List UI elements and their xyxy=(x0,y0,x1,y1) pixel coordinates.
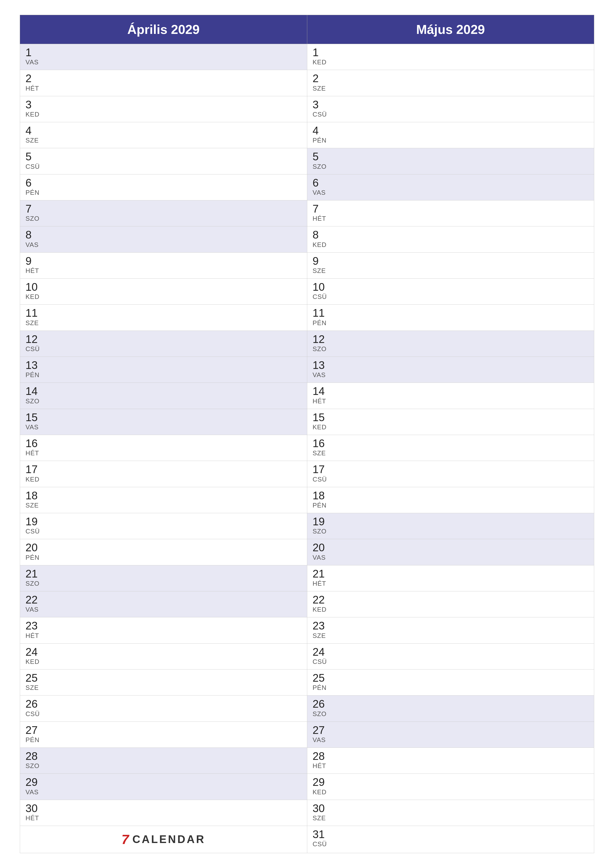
april-day-name-11: SZE xyxy=(25,319,302,327)
april-day-num-16: 16 xyxy=(25,437,302,450)
may-day-num-17: 17 xyxy=(313,463,589,475)
may-day-name-29: KED xyxy=(313,788,589,796)
april-day-num-10: 10 xyxy=(25,281,302,293)
may-day-num-27: 27 xyxy=(313,724,589,736)
april-day-num-11: 11 xyxy=(25,307,302,319)
april-day-num-7: 7 xyxy=(25,203,302,215)
may-day-num-18: 18 xyxy=(313,490,589,502)
april-day-num-8: 8 xyxy=(25,229,302,241)
may-day-name-1: KED xyxy=(313,58,589,66)
may-day-num-3: 3 xyxy=(313,99,589,111)
april-day-num-2: 2 xyxy=(25,73,302,84)
may-day-name-6: VAS xyxy=(313,189,589,197)
logo-icon: 7 xyxy=(121,832,129,846)
may-day-name-12: SZO xyxy=(313,345,589,353)
april-day-name-7: SZO xyxy=(25,215,302,222)
may-day-num-25: 25 xyxy=(313,672,589,684)
april-day-name-20: PÉN xyxy=(25,554,302,561)
may-day-name-7: HÉT xyxy=(313,215,589,222)
calendar-table: Április 2029 Május 2029 1VAS1KED2HÉT2SZE… xyxy=(20,15,594,853)
april-day-num-18: 18 xyxy=(25,490,302,502)
april-day-name-21: SZO xyxy=(25,580,302,587)
may-day-name-31: CSÜ xyxy=(313,840,589,848)
may-day-name-20: VAS xyxy=(313,554,589,561)
may-day-num-28: 28 xyxy=(313,750,589,762)
may-day-name-26: SZO xyxy=(313,710,589,718)
april-day-name-2: HÉT xyxy=(25,85,302,92)
may-day-num-26: 26 xyxy=(313,698,589,710)
may-day-num-7: 7 xyxy=(313,203,589,215)
may-day-num-21: 21 xyxy=(313,568,589,580)
may-day-num-29: 29 xyxy=(313,776,589,788)
may-day-num-8: 8 xyxy=(313,229,589,241)
may-day-name-25: PÉN xyxy=(313,684,589,691)
april-day-name-8: VAS xyxy=(25,241,302,249)
logo: 7 CALENDAR xyxy=(25,832,302,846)
april-day-num-28: 28 xyxy=(25,750,302,762)
april-day-num-30: 30 xyxy=(25,803,302,814)
may-day-num-2: 2 xyxy=(313,73,589,84)
april-day-name-3: KED xyxy=(25,111,302,118)
may-day-num-19: 19 xyxy=(313,516,589,527)
may-day-num-22: 22 xyxy=(313,594,589,606)
april-day-num-29: 29 xyxy=(25,776,302,788)
april-day-name-24: KED xyxy=(25,658,302,666)
may-day-num-15: 15 xyxy=(313,411,589,423)
may-day-name-16: SZE xyxy=(313,450,589,457)
april-day-name-29: VAS xyxy=(25,788,302,796)
may-day-num-14: 14 xyxy=(313,385,589,397)
april-day-name-27: PÉN xyxy=(25,736,302,744)
may-day-num-23: 23 xyxy=(313,620,589,632)
may-day-name-10: CSÜ xyxy=(313,293,589,301)
page: Április 2029 Május 2029 1VAS1KED2HÉT2SZE… xyxy=(0,0,614,868)
may-day-num-4: 4 xyxy=(313,125,589,136)
may-day-name-27: VAS xyxy=(313,736,589,744)
may-day-num-5: 5 xyxy=(313,151,589,163)
header-row: Április 2029 Május 2029 xyxy=(20,15,594,44)
april-day-num-15: 15 xyxy=(25,411,302,423)
april-day-num-27: 27 xyxy=(25,724,302,736)
may-day-name-14: HÉT xyxy=(313,397,589,405)
april-day-num-19: 19 xyxy=(25,516,302,527)
april-day-name-22: VAS xyxy=(25,606,302,614)
april-day-name-5: CSÜ xyxy=(25,163,302,170)
april-day-num-14: 14 xyxy=(25,385,302,397)
april-day-name-10: KED xyxy=(25,293,302,301)
may-day-num-6: 6 xyxy=(313,177,589,189)
may-day-name-22: KED xyxy=(313,606,589,614)
april-day-num-1: 1 xyxy=(25,46,302,58)
may-day-num-9: 9 xyxy=(313,255,589,267)
may-day-name-9: SZE xyxy=(313,267,589,274)
may-day-num-11: 11 xyxy=(313,307,589,319)
april-day-num-25: 25 xyxy=(25,672,302,684)
april-day-name-17: KED xyxy=(25,476,302,483)
april-day-name-15: VAS xyxy=(25,423,302,431)
may-day-num-31: 31 xyxy=(313,828,589,840)
april-day-num-22: 22 xyxy=(25,594,302,606)
may-day-name-4: PÉN xyxy=(313,136,589,144)
april-day-name-18: SZE xyxy=(25,502,302,509)
may-day-name-17: CSÜ xyxy=(313,476,589,483)
april-day-num-21: 21 xyxy=(25,568,302,580)
april-day-num-26: 26 xyxy=(25,698,302,710)
april-day-name-26: CSÜ xyxy=(25,710,302,718)
april-day-name-28: SZO xyxy=(25,762,302,770)
april-day-num-9: 9 xyxy=(25,255,302,267)
april-day-name-23: HÉT xyxy=(25,632,302,640)
may-day-name-5: SZO xyxy=(313,163,589,170)
may-day-num-12: 12 xyxy=(313,333,589,345)
april-day-name-25: SZE xyxy=(25,684,302,691)
may-day-name-23: SZE xyxy=(313,632,589,640)
april-day-num-5: 5 xyxy=(25,151,302,163)
april-day-num-12: 12 xyxy=(25,333,302,345)
april-day-name-13: PÉN xyxy=(25,371,302,379)
may-day-name-18: PÉN xyxy=(313,502,589,509)
april-day-num-24: 24 xyxy=(25,646,302,658)
may-day-name-24: CSÜ xyxy=(313,658,589,666)
april-day-name-1: VAS xyxy=(25,58,302,66)
april-day-num-6: 6 xyxy=(25,177,302,189)
may-header: Május 2029 xyxy=(307,15,594,44)
may-day-name-15: KED xyxy=(313,423,589,431)
may-day-num-30: 30 xyxy=(313,803,589,814)
may-day-name-3: CSÜ xyxy=(313,111,589,118)
